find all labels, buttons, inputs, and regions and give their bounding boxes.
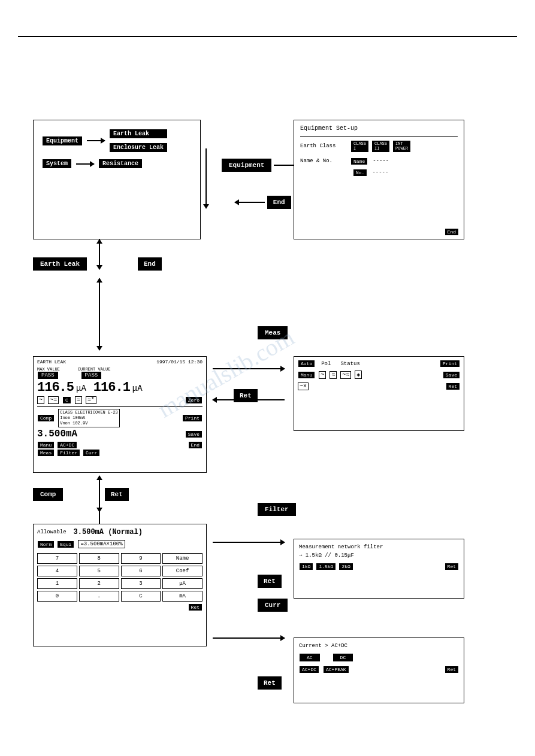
key-ua[interactable]: μA	[162, 578, 202, 589]
el-end-btn[interactable]: End	[189, 442, 202, 448]
no-btn[interactable]: No.	[353, 169, 367, 176]
key-9[interactable]: 9	[121, 553, 161, 564]
class2-btn[interactable]: CLASSII	[372, 141, 389, 152]
meas-label-btn[interactable]: Meas	[38, 450, 54, 456]
meas-save-btn[interactable]: Save	[443, 372, 460, 378]
key-7[interactable]: 7	[37, 553, 77, 564]
curr-label-btn[interactable]: Curr	[83, 450, 99, 456]
current-ret-btn[interactable]: Ret	[445, 666, 458, 673]
comp-ret-btn[interactable]: Ret	[189, 604, 202, 611]
allowable-value: 3.500mA (Normal)	[74, 528, 143, 536]
norm-btn[interactable]: Norm	[38, 541, 54, 548]
equi-btn[interactable]: Equi	[58, 541, 74, 548]
name-dashes: -----	[373, 158, 389, 164]
key-1[interactable]: 1	[37, 578, 77, 589]
el-max-area: MAX VALUE CURRENT VALUE PASS PASS	[37, 367, 110, 379]
max-unit: μA	[76, 384, 86, 393]
key-coef[interactable]: Coef	[162, 566, 202, 576]
key-4[interactable]: 4	[37, 566, 77, 576]
equip-setup-title: Equipment Set-up	[300, 125, 458, 132]
icon-ac2: ~≈	[48, 396, 59, 404]
filter-1-5k-btn[interactable]: 1.5kΩ	[316, 563, 335, 570]
enclosure-leak-btn[interactable]: Enclosure Leak	[110, 143, 167, 152]
system-btn[interactable]: System	[43, 159, 71, 168]
filter-btn[interactable]: Filter	[258, 503, 296, 516]
ret-curr-btn[interactable]: Ret	[258, 676, 282, 690]
key-ma[interactable]: mA	[162, 591, 202, 602]
el-datetime: 1997/01/15 12:30	[156, 359, 202, 365]
icon-tilde2: ~×	[298, 382, 309, 390]
dc-btn[interactable]: DC	[333, 654, 353, 661]
key-c[interactable]: C	[121, 591, 161, 602]
c-btn[interactable]: C	[63, 397, 71, 403]
ret-btn-1[interactable]: Ret	[234, 389, 258, 402]
meas-top-row: Auto Pol Status Print	[298, 360, 460, 367]
max-label: MAX VALUE	[37, 367, 60, 372]
save-btn[interactable]: Save	[186, 431, 202, 438]
end-btn-1[interactable]: End	[138, 257, 162, 271]
eq-row: Norm Equi =3.500mA×100%	[37, 540, 202, 548]
key-name[interactable]: Name	[162, 553, 202, 564]
key-3[interactable]: 3	[121, 578, 161, 589]
filter-ret-btn[interactable]: Ret	[445, 563, 458, 570]
key-dot[interactable]: .	[79, 591, 119, 602]
comp-label[interactable]: Comp	[38, 415, 54, 421]
pol-label: Pol	[321, 361, 331, 367]
resistance-btn[interactable]: Resistance	[99, 159, 142, 168]
comp-top-row: Allowable 3.500mA (Normal)	[37, 528, 202, 536]
ret-btn-comp-area: Ret	[105, 488, 129, 501]
key-2[interactable]: 2	[79, 578, 119, 589]
middle-end-btn[interactable]: End	[267, 196, 291, 209]
name-btn[interactable]: Name	[351, 158, 367, 165]
key-5[interactable]: 5	[79, 566, 119, 576]
earth-leak-menu-btn[interactable]: Earth Leak	[110, 129, 167, 138]
comp-ret-area: Ret	[37, 604, 202, 611]
middle-equipment-area: Equipment	[222, 159, 304, 172]
earth-leak-main-btn[interactable]: Earth Leak	[33, 257, 87, 271]
filter-2k-btn[interactable]: 2kΩ	[339, 563, 352, 570]
filter-1k-btn[interactable]: 1kΩ	[300, 563, 313, 570]
el-icons-row: ~ ~≈ C ≈ ≈* Zero	[37, 396, 202, 404]
auto-btn[interactable]: Auto	[298, 360, 315, 367]
icon-approx: ≈	[330, 371, 337, 379]
status-label: Status	[340, 361, 359, 367]
middle-equipment-btn[interactable]: Equipment	[222, 159, 271, 172]
max-value: 116.5	[37, 380, 74, 395]
print-btn[interactable]: Print	[183, 415, 202, 421]
key-8[interactable]: 8	[79, 553, 119, 564]
acdc-btn[interactable]: AC+DC	[58, 442, 77, 448]
current-unit: μA	[132, 384, 143, 393]
key-6[interactable]: 6	[121, 566, 161, 576]
equipment-btn[interactable]: Equipment	[43, 136, 82, 145]
filter-label-btn[interactable]: Filter	[58, 450, 80, 456]
class1-btn[interactable]: CLASSI	[351, 141, 368, 152]
manu-btn[interactable]: Manu	[38, 442, 54, 448]
end-btn-1-area: End	[138, 257, 162, 271]
meas-icon-row2: ~× Ret	[298, 382, 460, 390]
comp-value-row: 3.500mA Save	[37, 429, 202, 439]
class-info: CLASS ELECTRICOVEN E-23 Inom 108mA Vnon …	[58, 409, 120, 427]
acdc-btn[interactable]: AC+DC	[300, 666, 319, 673]
icon-pol2: ◈	[355, 371, 362, 379]
acpeak-btn[interactable]: AC+PEAK	[324, 666, 349, 673]
key-0[interactable]: 0	[37, 591, 77, 602]
current-value: 116.1	[93, 380, 130, 395]
meas-btn[interactable]: Meas	[258, 326, 288, 339]
el-status-row: MAX VALUE CURRENT VALUE PASS PASS	[37, 367, 202, 379]
manu-settings-btn[interactable]: Manu	[298, 372, 315, 378]
comp-row: Comp CLASS ELECTRICOVEN E-23 Inom 108mA …	[37, 409, 202, 427]
equip-setup-end-btn[interactable]: End	[445, 229, 458, 235]
comp-btn[interactable]: Comp	[33, 488, 63, 501]
current-title: Current > AC+DC	[299, 643, 459, 649]
meas-print-btn[interactable]: Print	[440, 360, 460, 367]
ret-comp-btn[interactable]: Ret	[105, 488, 129, 501]
comp-btn-area: Comp	[33, 488, 63, 501]
equip-setup-panel: Equipment Set-up Earth Class CLASSI CLAS…	[294, 120, 464, 239]
ac-btn[interactable]: AC	[300, 654, 320, 661]
vert-arrow-1	[99, 239, 100, 269]
allowable-label: Allowable	[37, 529, 67, 535]
zero-btn[interactable]: Zero	[186, 397, 202, 403]
meas-ret-btn[interactable]: Ret	[446, 383, 460, 390]
top-separator	[18, 36, 517, 37]
int-power-btn[interactable]: INTPOWER	[393, 141, 410, 152]
